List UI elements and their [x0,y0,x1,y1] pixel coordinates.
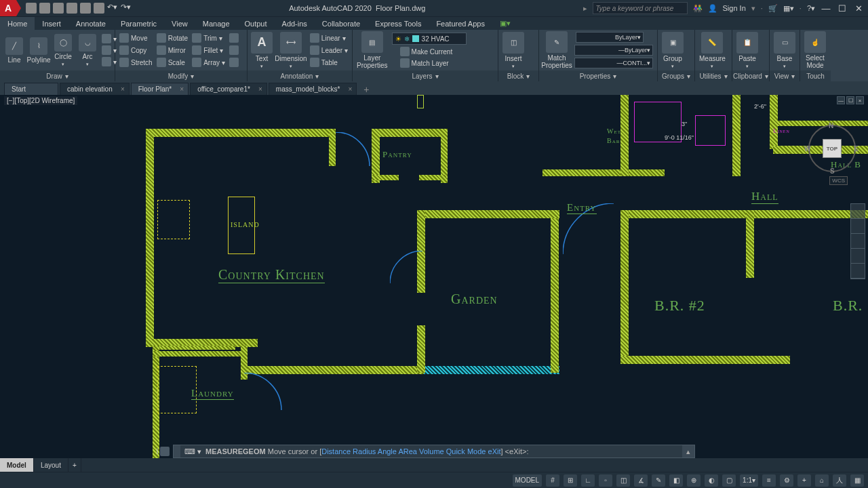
layer-properties-button[interactable]: ▤LayerProperties [357,31,388,69]
status-ui-icon[interactable]: ⌂ [815,474,829,487]
panel-clipboard-title[interactable]: Clipboard ▾ [732,70,769,81]
panel-utilities-title[interactable]: Utilities ▾ [695,70,732,81]
nav-wheel-icon[interactable] [851,204,865,219]
close-icon[interactable]: × [349,85,353,93]
move-button[interactable]: Move [119,33,153,43]
viewcube[interactable]: TOP N S E W [808,125,856,172]
status-cycle-icon[interactable]: ◐ [705,474,718,487]
new-icon[interactable] [26,3,37,14]
draw-more-1[interactable]: ▾ [102,34,117,43]
redo-icon[interactable]: ↷▾ [121,3,132,14]
status-lwt-icon[interactable]: ◧ [669,474,683,487]
tab-expresstools[interactable]: Express Tools [368,17,429,30]
saveas-icon[interactable] [66,3,77,14]
nav-showmotion-icon[interactable] [851,264,865,279]
array-button[interactable]: Array ▾ [192,58,225,67]
help-icon[interactable]: ?▾ [807,4,815,13]
tab-output[interactable]: Output [237,17,275,30]
status-trans-icon[interactable]: ⊕ [687,474,701,487]
panel-layers-title[interactable]: Layers ▾ [353,70,498,81]
filetab-mass[interactable]: mass_model_blocks*× [269,83,357,95]
trim-button[interactable]: Trim ▾ [192,33,225,43]
copy-button[interactable]: Copy [119,45,153,55]
panel-block-title[interactable]: Block ▾ [498,70,538,81]
drawing-canvas[interactable]: [−][Top][2D Wireframe] — ☐ × Pantry ISLA… [0,95,868,458]
cmd-expand-button[interactable]: ▴ [682,445,694,458]
status-cust-icon[interactable]: ▦ [850,474,864,487]
leader-button[interactable]: Leader ▾ [310,45,348,55]
user-icon[interactable]: 👤 [708,4,717,13]
status-iso-icon[interactable]: ◫ [616,474,630,487]
mirror-button[interactable]: Mirror [157,45,188,55]
saveweb-icon[interactable] [80,3,91,14]
wcs-badge[interactable]: WCS [829,176,848,185]
circle-button[interactable]: ◯Circle▾ [53,34,73,67]
viewport-label[interactable]: [−][Top][2D Wireframe] [4,96,77,105]
cmd-dock-handle[interactable]: ⁞ [156,445,170,458]
status-grid-icon[interactable]: # [546,474,559,487]
vp-close-icon[interactable]: × [856,96,864,104]
viewcube-n[interactable]: N [829,122,833,129]
status-scale[interactable]: 1:1 ▾ [740,474,758,487]
panel-view-title[interactable]: View ▾ [770,70,800,81]
mod-extra-3[interactable] [229,58,239,67]
panel-annotation-title[interactable]: Annotation ▾ [248,70,352,81]
draw-more-3[interactable]: ▾ [102,57,117,66]
nav-zoom-icon[interactable] [851,234,865,249]
maximize-button[interactable]: ☐ [837,3,848,14]
tab-parametric[interactable]: Parametric [113,17,164,30]
paste-button[interactable]: 📋Paste▾ [736,32,758,69]
dimension-button[interactable]: ⟷Dimension▾ [276,32,306,69]
add-tab-button[interactable]: + [361,84,372,95]
close-icon[interactable]: × [180,85,184,93]
add-layout-button[interactable]: + [68,458,81,472]
viewcube-s[interactable]: S [830,167,835,175]
filetab-cabin[interactable]: cabin elevation× [60,83,130,95]
tab-view[interactable]: View [164,17,195,30]
status-polar-icon[interactable]: ▫ [599,474,612,487]
layer-dropdown[interactable]: ☀❄32 HVAC [392,33,467,45]
status-osnap-icon[interactable]: ∡ [634,474,648,487]
mod-extra-1[interactable] [229,33,239,43]
status-otrack-icon[interactable]: ✎ [652,474,665,487]
insert-button[interactable]: ◫Insert▾ [502,32,524,69]
color-dropdown[interactable]: ByLayer ▾ [576,32,644,43]
undo-icon[interactable]: ↶▾ [107,3,118,14]
search-trigger-icon[interactable]: ▸ [583,4,587,13]
tab-insert[interactable]: Insert [35,17,68,30]
rotate-button[interactable]: Rotate [157,33,188,43]
group-button[interactable]: ▣Group▾ [662,32,684,69]
line-button[interactable]: ╱Line [4,37,24,64]
layouttab-model[interactable]: Model [0,458,34,472]
viewcube-top[interactable]: TOP [823,139,842,158]
nav-orbit-icon[interactable] [851,249,865,264]
status-ortho-icon[interactable]: ∟ [581,474,595,487]
table-button[interactable]: Table [310,58,348,67]
cmd-grip[interactable] [174,445,180,458]
fillet-button[interactable]: Fillet ▾ [192,45,225,55]
tab-home[interactable]: Home [0,17,35,30]
tab-annotate[interactable]: Annotate [68,17,113,30]
open-icon[interactable] [39,3,50,14]
status-ws-icon[interactable]: ⚙ [780,474,793,487]
measure-button[interactable]: 📏Measure▾ [699,32,726,69]
select-mode-button[interactable]: ☝SelectMode [804,31,826,69]
filetab-office[interactable]: office_compare1*× [190,83,267,95]
make-current-button[interactable]: Make Current [400,47,453,56]
lineweight-dropdown[interactable]: — ByLayer ▾ [574,45,653,56]
app-logo[interactable]: A [0,0,16,16]
text-button[interactable]: AText▾ [252,32,272,69]
exchange-icon[interactable]: 🛒 [768,4,778,13]
stretch-button[interactable]: Stretch [119,58,153,67]
cmd-close-icon[interactable] [160,447,170,456]
base-button[interactable]: ▭Base▾ [774,32,795,69]
linetype-dropdown[interactable]: — CONTI... ▾ [574,58,653,68]
tab-collaborate[interactable]: Collaborate [315,17,368,30]
status-qs-icon[interactable]: + [797,474,811,487]
viewcube-w[interactable]: W [804,145,810,152]
viewcube-e[interactable]: E [854,145,859,152]
status-hw-icon[interactable]: 人 [833,474,846,487]
panel-groups-title[interactable]: Groups ▾ [658,70,694,81]
polyline-button[interactable]: ⌇Polyline [28,37,49,64]
command-line[interactable]: ⌨ ▾ MEASUREGEOM Move cursor or [Distance… [173,445,695,458]
